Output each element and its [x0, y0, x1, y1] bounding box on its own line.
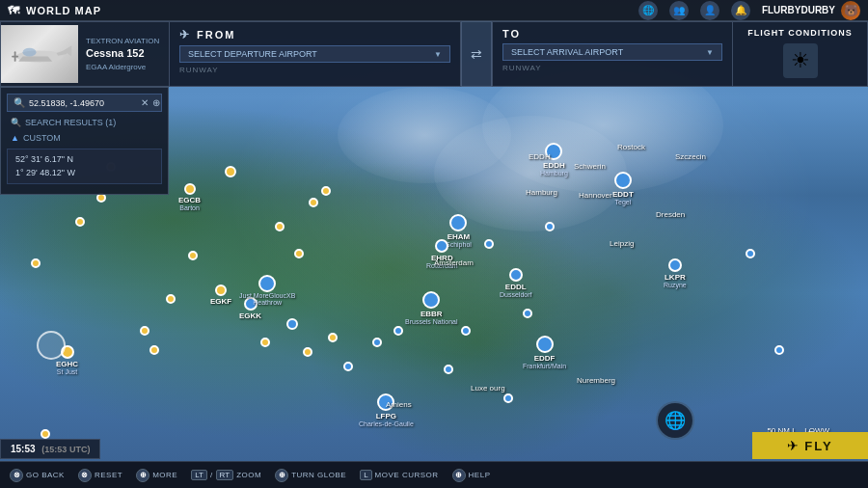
airport-marker[interactable]: EGKF [210, 285, 231, 306]
to-dropdown[interactable]: SELECT ARRIVAL AIRPORT ▼ [502, 43, 722, 61]
airport-marker[interactable]: Szczecin [675, 152, 706, 161]
airport-marker[interactable] [484, 239, 494, 249]
airport-marker[interactable] [41, 429, 50, 439]
airport-marker[interactable] [523, 309, 532, 318]
aircraft-airport: EGAA Aldergrove [86, 63, 159, 71]
airport-marker[interactable]: LFPG Charles-de-Gaulle [359, 393, 414, 427]
airport-marker[interactable] [372, 338, 382, 347]
coord-west: 1° 29' 48.12" W [15, 167, 153, 180]
zoom-label: ZOOM [236, 471, 261, 479]
more-button[interactable]: ⊕ MORE [136, 469, 177, 482]
swap-button[interactable]: ⇄ [461, 21, 492, 87]
lt-key: LT [191, 470, 207, 480]
aircraft-svg [6, 33, 73, 75]
airport-marker[interactable] [75, 217, 85, 227]
from-dropdown-arrow: ▼ [434, 50, 442, 59]
search-input-row: 🔍 ✕ ⊕ [7, 94, 162, 112]
to-section: TO SELECT ARRIVAL AIRPORT ▼ RUNWAY [492, 21, 733, 87]
globe-nav-icon[interactable]: 🌐 [638, 1, 658, 20]
turn-globe-button[interactable]: ⊕ TURN GLOBE [275, 469, 346, 482]
reset-icon: ⊗ [78, 469, 92, 482]
more-label: MORE [152, 471, 177, 479]
airport-marker[interactable] [275, 222, 285, 231]
airport-marker[interactable] [225, 166, 236, 177]
airport-marker[interactable]: EDDH Hamburg [540, 143, 568, 176]
airport-marker[interactable] [774, 345, 784, 355]
airport-marker[interactable] [294, 249, 304, 258]
go-back-label: GO BACK [26, 471, 65, 479]
fly-button[interactable]: ✈ FLY [752, 432, 868, 459]
airport-marker[interactable]: LKPR Ruzyne [664, 258, 687, 288]
fly-plane-icon: ✈ [787, 438, 799, 453]
airport-marker[interactable] [444, 365, 453, 374]
airport-marker[interactable]: EDDL Dusseldorf [500, 268, 531, 298]
map-icon: 🗺 [8, 4, 20, 17]
airport-marker[interactable]: Amiens [386, 400, 412, 409]
bottom-bar: ⊗ GO BACK ⊗ RESET ⊕ MORE LT / RT ZOOM ⊕ … [0, 461, 868, 488]
go-back-button[interactable]: ⊗ GO BACK [10, 469, 65, 482]
conditions-panel: FLIGHT CONDITIONS ☀ [733, 21, 868, 87]
airport-marker[interactable]: EGCB Barton [178, 183, 201, 211]
reset-label: RESET [95, 471, 122, 479]
clear-search-button[interactable]: ✕ [141, 97, 149, 108]
airport-marker[interactable] [321, 186, 331, 196]
aircraft-brand: Textron Aviation [86, 37, 159, 45]
airport-marker[interactable] [343, 362, 353, 371]
airport-marker[interactable] [328, 333, 338, 342]
turn-globe-label: TURN GLOBE [291, 471, 346, 479]
from-runway: RUNWAY [179, 66, 450, 74]
airport-marker[interactable]: EDDT Tegel [612, 172, 634, 205]
world-map-title: 🗺 WORLD MAP [8, 4, 101, 17]
svg-marker-3 [57, 50, 68, 56]
airport-marker[interactable] [309, 198, 318, 207]
reset-button[interactable]: ⊗ RESET [78, 469, 122, 482]
zoom-separator: / [210, 471, 213, 479]
airport-marker[interactable] [286, 318, 298, 330]
airport-marker[interactable] [503, 393, 513, 403]
airport-marker[interactable] [31, 258, 41, 268]
airport-marker[interactable]: Rostock [617, 143, 645, 151]
search-input[interactable] [29, 98, 137, 108]
airport-marker[interactable]: Nuremberg [577, 376, 615, 385]
from-dropdown[interactable]: SELECT DEPARTURE AIRPORT ▼ [179, 45, 450, 63]
go-back-icon: ⊗ [10, 469, 23, 482]
airport-marker[interactable] [545, 222, 555, 231]
airport-marker[interactable]: EDDF Frankfurt/Main [523, 336, 566, 369]
airport-marker[interactable]: EBBR Brussels National [405, 291, 457, 325]
airport-marker[interactable] [188, 251, 198, 260]
airport-marker[interactable] [393, 326, 403, 336]
time-display: 15:53 (15:53 UTC) [11, 444, 90, 454]
people-nav-icon[interactable]: 👥 [669, 1, 689, 20]
zoom-button[interactable]: LT / RT ZOOM [191, 470, 261, 480]
person-nav-icon[interactable]: 👤 [700, 1, 719, 20]
airport-marker[interactable]: Just MoreGloucXB Heathrow [239, 275, 295, 306]
bell-nav-icon[interactable]: 🔔 [731, 1, 750, 20]
airport-marker[interactable] [260, 338, 270, 347]
airport-marker[interactable] [303, 347, 312, 357]
airport-marker[interactable]: Luxe ourg [471, 384, 505, 393]
airport-marker[interactable] [746, 249, 755, 258]
airport-marker[interactable] [166, 294, 176, 304]
airport-marker[interactable]: Schwerin [574, 162, 606, 171]
move-cursor-button[interactable]: L MOVE CURSOR [360, 470, 438, 480]
globe-zoom-control[interactable]: 🌐 [656, 401, 694, 440]
help-button[interactable]: ⊕ HELP [452, 469, 491, 482]
svg-point-4 [23, 48, 37, 57]
from-section: ✈ FROM SELECT DEPARTURE AIRPORT ▼ RUNWAY [169, 21, 461, 87]
aircraft-info: Textron Aviation Cessna 152 EGAA Aldergr… [78, 31, 167, 77]
airport-marker[interactable]: Leipzig [610, 239, 634, 248]
help-icon: ⊕ [452, 469, 466, 482]
airport-marker[interactable] [461, 326, 471, 336]
aircraft-panel: Textron Aviation Cessna 152 EGAA Aldergr… [0, 21, 169, 87]
username-area: FLURBYDURBY 🐻 [762, 1, 860, 20]
weather-icon[interactable]: ☀ [783, 43, 818, 78]
airport-marker[interactable] [149, 345, 159, 355]
airport-marker[interactable]: Dresden [656, 210, 685, 219]
custom-label: ▲ CUSTOM [7, 131, 162, 145]
flight-panel: ✈ FROM SELECT DEPARTURE AIRPORT ▼ RUNWAY… [169, 21, 868, 87]
airport-marker[interactable] [140, 326, 149, 336]
airport-marker[interactable]: EHRD Rotterdam [426, 239, 458, 269]
airport-marker[interactable]: Hannover [579, 191, 612, 200]
move-cursor-label: MOVE CURSOR [375, 471, 439, 479]
zoom-search-icon: ⊕ [152, 97, 160, 108]
